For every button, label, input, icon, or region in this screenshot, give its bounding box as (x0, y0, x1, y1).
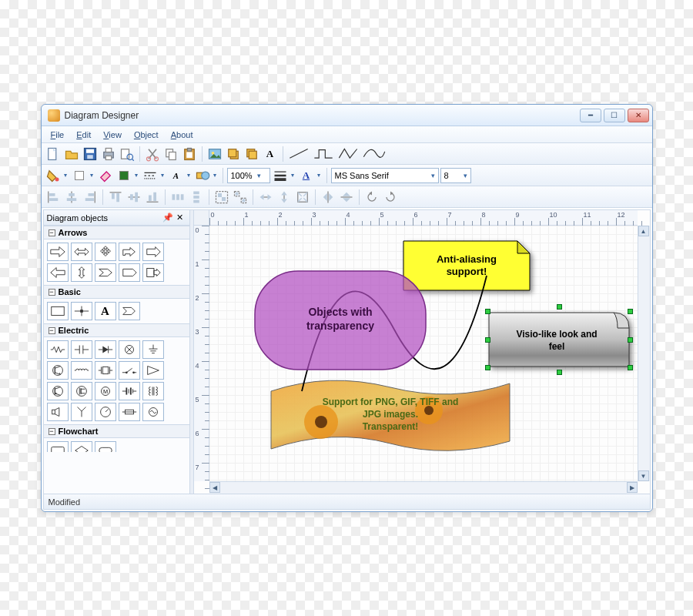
font-color-dropdown[interactable]: A▾ (298, 167, 323, 184)
selection-handle[interactable] (628, 309, 633, 314)
scroll-up-button[interactable]: ▲ (638, 226, 649, 236)
close-button[interactable]: ✕ (628, 109, 649, 122)
shape-polygon[interactable] (119, 302, 140, 320)
shape-antenna[interactable] (71, 403, 92, 421)
shape-process[interactable] (47, 441, 69, 452)
flip-h-button[interactable] (320, 189, 336, 206)
shape-meter[interactable] (95, 403, 116, 421)
shape-fet[interactable] (71, 382, 92, 400)
open-button[interactable] (63, 146, 80, 162)
paste-button[interactable] (181, 146, 198, 162)
shape-dropdown[interactable]: ▾ (194, 167, 219, 184)
scroll-right-button[interactable]: ▶ (627, 482, 638, 493)
fill-dropdown[interactable]: ▾ (45, 167, 69, 184)
eraser-button[interactable] (97, 167, 114, 184)
line-color-dropdown[interactable]: ▾ (116, 167, 140, 184)
shape-terminator[interactable] (95, 441, 116, 452)
shape-arrow-quad[interactable] (95, 243, 116, 261)
shape-source[interactable] (142, 403, 164, 421)
line-style-dropdown[interactable]: ▾ (142, 167, 166, 184)
selection-handle[interactable] (485, 309, 490, 314)
shape-battery[interactable] (119, 382, 140, 400)
menu-edit[interactable]: Edit (70, 128, 97, 142)
text-color-dropdown[interactable]: A▾ (168, 167, 192, 184)
shape-capacitor[interactable] (71, 340, 92, 359)
rotate-right-button[interactable] (382, 189, 399, 206)
line-weight-dropdown[interactable]: ▾ (272, 167, 296, 184)
rotate-left-button[interactable] (363, 189, 380, 206)
category-basic[interactable]: −Basic (44, 285, 189, 299)
cut-button[interactable] (144, 146, 161, 162)
sidebar-close-icon[interactable]: ✕ (174, 213, 186, 223)
flip-v-button[interactable] (338, 189, 355, 206)
shape-motor[interactable]: M (95, 382, 116, 400)
shape-decision[interactable] (71, 441, 92, 452)
maximize-button[interactable]: ☐ (604, 109, 625, 122)
send-back-button[interactable] (243, 146, 260, 162)
canvas[interactable]: Anti-aliasing support! (209, 226, 638, 481)
selection-handle[interactable] (557, 304, 562, 310)
menu-about[interactable]: About (165, 128, 199, 142)
menu-view[interactable]: View (97, 128, 128, 142)
zoom-combo[interactable]: 100%▾ (227, 168, 270, 183)
shape-arrow-double-h[interactable] (71, 243, 92, 261)
scroll-left-button[interactable]: ◀ (209, 482, 220, 493)
new-button[interactable] (45, 146, 62, 162)
bring-front-button[interactable] (225, 146, 242, 162)
shape-switch[interactable] (119, 361, 140, 380)
shape-crystal[interactable] (95, 361, 116, 380)
align-top-button[interactable] (107, 189, 124, 206)
line-tool-button[interactable] (287, 146, 310, 162)
font-size-combo[interactable]: 8▾ (440, 168, 471, 183)
shape-arrow-bend[interactable] (119, 243, 140, 261)
selection-handle[interactable] (485, 337, 490, 343)
insert-image-button[interactable] (206, 146, 223, 162)
shape-arrow-callout[interactable] (142, 263, 164, 282)
font-name-combo[interactable]: MS Sans Serif▾ (331, 168, 439, 183)
shape-text[interactable]: A (95, 302, 116, 320)
text-tool-button[interactable]: A (262, 146, 279, 162)
shape-diode[interactable] (95, 340, 116, 359)
shape-rect[interactable] (47, 302, 69, 320)
ungroup-button[interactable] (232, 189, 249, 206)
print-button[interactable] (100, 146, 117, 162)
shape-speaker[interactable] (47, 403, 69, 421)
shape-arrow-right[interactable] (47, 243, 69, 261)
selection-handle[interactable] (557, 370, 562, 375)
align-bottom-button[interactable] (144, 189, 161, 206)
scrollbar-vertical[interactable]: ▲ ▼ (638, 226, 650, 481)
shape-arrow-chevron[interactable] (95, 263, 116, 282)
fill-color-dropdown[interactable]: ▾ (71, 167, 95, 184)
shape-ground[interactable] (142, 340, 164, 359)
category-electric[interactable]: −Electric (44, 323, 189, 337)
shape-lamp[interactable] (119, 340, 140, 359)
scroll-down-button[interactable]: ▼ (638, 470, 649, 481)
shape-arrow-pentagon[interactable] (119, 263, 140, 282)
selection-handle[interactable] (628, 365, 633, 370)
shape-transformer[interactable] (142, 382, 164, 400)
align-center-h-button[interactable] (63, 189, 80, 206)
shape-transistor-npn[interactable] (47, 361, 69, 380)
distribute-v-button[interactable] (188, 189, 205, 206)
shape-arrow-block[interactable] (142, 243, 164, 261)
selection-handle[interactable] (485, 365, 490, 370)
pin-icon[interactable]: 📌 (162, 213, 174, 223)
align-right-button[interactable] (82, 189, 99, 206)
selection-handle[interactable] (628, 337, 633, 343)
copy-button[interactable] (162, 146, 179, 162)
shape-inductor[interactable] (71, 361, 92, 380)
group-button[interactable] (213, 189, 230, 206)
shape-fuse[interactable] (119, 403, 140, 421)
shape-arrow-double-v[interactable] (71, 263, 92, 282)
shape-resistor[interactable] (47, 340, 69, 359)
curve-tool-button[interactable] (361, 146, 387, 162)
same-height-button[interactable] (276, 189, 293, 206)
save-button[interactable] (82, 146, 99, 162)
same-size-button[interactable] (294, 189, 311, 206)
align-left-button[interactable] (45, 189, 62, 206)
category-arrows[interactable]: −Arrows (44, 226, 189, 239)
category-flowchart[interactable]: −Flowchart (44, 424, 189, 438)
shape-opamp[interactable] (142, 361, 164, 380)
shape-connector[interactable] (71, 302, 92, 320)
menu-object[interactable]: Object (128, 128, 165, 142)
